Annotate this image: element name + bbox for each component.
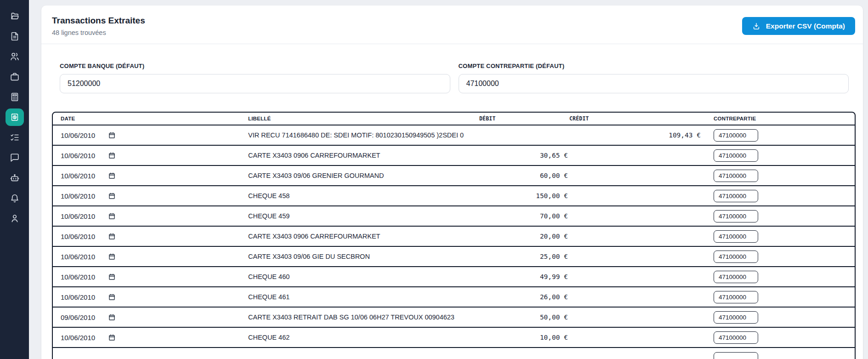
bank-account-field: COMPTE BANQUE (DÉFAUT): [60, 63, 450, 93]
transaction-label: CHEQUE 462: [248, 328, 479, 348]
title-block: Transactions Extraites 48 lignes trouvée…: [52, 16, 145, 36]
date-value[interactable]: 10/06/2010: [61, 192, 95, 200]
calendar-icon[interactable]: [108, 273, 116, 281]
transaction-label: CARTE X3403 0906 CARREFOURMARKET: [248, 146, 479, 166]
date-value[interactable]: 10/06/2010: [61, 131, 95, 139]
counterparty-input[interactable]: [714, 149, 758, 162]
transactions-table: DATE LIBELLÉ DÉBIT CRÉDIT CONTREPARTIE 1…: [52, 112, 856, 359]
debit-amount: 25,00 €: [479, 247, 569, 267]
date-cell: 10/06/2010: [61, 152, 247, 160]
table-row: 10/06/2010 CARTE X3403 09/06 GIE DU SECB…: [53, 247, 855, 267]
sidebar-item-documents[interactable]: [0, 6, 29, 26]
main-content: Transactions Extraites 48 lignes trouvée…: [29, 0, 868, 359]
column-header-libelle: LIBELLÉ: [248, 113, 479, 125]
calendar-icon[interactable]: [108, 313, 116, 321]
export-csv-button[interactable]: Exporter CSV (Compta): [742, 17, 855, 35]
credit-amount: [569, 308, 702, 328]
sidebar-item-invoices[interactable]: [0, 26, 29, 46]
table-row: 10/06/2010 CHEQUE 461 26,00 €: [53, 287, 855, 308]
table-row: 10/06/2010 CARTE X3403 0906 CARREFOURMAR…: [53, 227, 855, 247]
debit-amount: 26,00 €: [479, 287, 569, 308]
calendar-icon[interactable]: [108, 131, 116, 139]
date-value[interactable]: 09/06/2010: [61, 313, 95, 321]
credit-amount: [569, 348, 702, 359]
default-accounts-filters: COMPTE BANQUE (DÉFAUT) COMPTE CONTREPART…: [41, 44, 863, 93]
credit-amount: [569, 247, 702, 267]
debit-amount: 30,65 €: [479, 146, 569, 166]
calculator-icon: [6, 88, 24, 106]
folder-open-icon: [6, 7, 24, 25]
counterpart-account-input[interactable]: [459, 74, 849, 93]
counterparty-input[interactable]: [714, 352, 758, 359]
date-value[interactable]: 10/06/2010: [61, 233, 95, 240]
transaction-label: CARTE X3403 0906 CARREFOURMARKET: [248, 227, 479, 247]
credit-amount: [569, 267, 702, 287]
counterparty-input[interactable]: [714, 291, 758, 303]
date-cell: 10/06/2010: [61, 233, 247, 240]
counterparty-input[interactable]: [714, 129, 758, 142]
card-header: Transactions Extraites 48 lignes trouvée…: [41, 6, 863, 44]
debit-amount: 150,00 €: [479, 186, 569, 206]
calendar-icon[interactable]: [108, 192, 116, 200]
sidebar-item-tasks[interactable]: [0, 127, 29, 148]
column-header-credit: CRÉDIT: [569, 113, 702, 125]
date-value[interactable]: 10/06/2010: [61, 293, 95, 301]
transaction-label: CARTE X3403 RETRAIT DAB SG 10/06 06H27 T…: [248, 308, 479, 328]
sidebar-item-company[interactable]: [0, 67, 29, 87]
credit-amount: 109,43 €: [569, 125, 702, 146]
table-row: 10/06/2010 VIR RECU 7141686480 DE: SDEI …: [53, 125, 855, 146]
date-value[interactable]: 10/06/2010: [61, 212, 95, 220]
sidebar-item-notifications[interactable]: [0, 188, 29, 208]
page-title: Transactions Extraites: [52, 16, 145, 26]
date-cell: 10/06/2010: [61, 253, 247, 261]
sidebar-item-contacts[interactable]: [0, 46, 29, 67]
date-value[interactable]: 10/06/2010: [61, 152, 95, 160]
chat-icon: [6, 149, 24, 166]
sidebar-item-messages[interactable]: [0, 148, 29, 168]
calendar-icon[interactable]: [108, 253, 116, 261]
sidebar-item-profile[interactable]: [0, 208, 29, 228]
date-value[interactable]: 10/06/2010: [61, 273, 95, 281]
calendar-icon[interactable]: [108, 172, 116, 180]
counterparty-input[interactable]: [714, 210, 758, 222]
sidebar-item-transactions[interactable]: $: [0, 107, 29, 127]
credit-amount: [569, 186, 702, 206]
debit-amount: [479, 348, 569, 359]
counterparty-input[interactable]: [714, 170, 758, 182]
calendar-icon[interactable]: [108, 233, 116, 240]
column-header-date: DATE: [53, 113, 248, 125]
robot-icon: [6, 169, 24, 187]
table-row: 10/06/2010 CHEQUE 462 10,00 €: [53, 328, 855, 348]
counterparty-input[interactable]: [714, 190, 758, 202]
counterpart-account-field: COMPTE CONTREPARTIE (DÉFAUT): [459, 63, 849, 93]
transaction-label: CHEQUE 458: [248, 186, 479, 206]
counterparty-input[interactable]: [714, 331, 758, 344]
counterparty-input[interactable]: [714, 311, 758, 324]
calendar-icon[interactable]: [108, 212, 116, 220]
counterparty-input[interactable]: [714, 271, 758, 283]
users-icon: [6, 48, 24, 65]
counterparty-input[interactable]: [714, 230, 758, 243]
transactions-table-wrap: DATE LIBELLÉ DÉBIT CRÉDIT CONTREPARTIE 1…: [52, 112, 856, 359]
credit-amount: [569, 166, 702, 186]
result-count: 48 lignes trouvées: [52, 29, 145, 36]
counterpart-account-label: COMPTE CONTREPARTIE (DÉFAUT): [459, 63, 849, 69]
bank-account-input[interactable]: [60, 74, 450, 93]
transaction-label: CARTE X3403 09/06 GIE DU SECBRON: [248, 247, 479, 267]
credit-amount: [569, 328, 702, 348]
counterparty-input[interactable]: [714, 251, 758, 263]
calendar-icon[interactable]: [108, 152, 116, 160]
date-value[interactable]: 10/06/2010: [61, 334, 95, 342]
calendar-icon[interactable]: [108, 334, 116, 342]
transaction-label: CHEQUE 461: [248, 287, 479, 308]
sidebar-item-assistant[interactable]: [0, 168, 29, 188]
credit-amount: [569, 146, 702, 166]
date-value[interactable]: 10/06/2010: [61, 172, 95, 180]
date-value[interactable]: 10/06/2010: [61, 253, 95, 261]
sidebar-item-accounting[interactable]: [0, 87, 29, 107]
date-cell: 10/06/2010: [61, 212, 247, 220]
calendar-icon[interactable]: [108, 293, 116, 301]
debit-amount: 10,00 €: [479, 328, 569, 348]
svg-text:$: $: [13, 115, 16, 119]
transaction-label: CHEQUE 460: [248, 267, 479, 287]
